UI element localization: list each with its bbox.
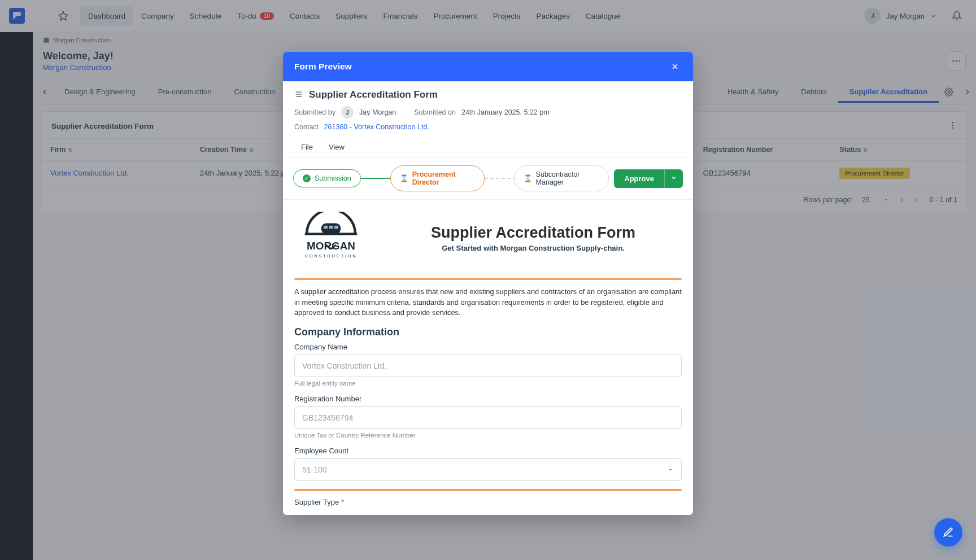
form-hero: MORGAN CONSTRUCTION Supplier Accreditati… xyxy=(294,205,682,273)
svg-rect-12 xyxy=(324,226,328,229)
pencil-icon xyxy=(943,527,954,538)
svg-text:CONSTRUCTION: CONSTRUCTION xyxy=(305,253,358,259)
submitter-avatar: J xyxy=(341,106,354,119)
supplier-type-label: Supplier Type * xyxy=(294,498,682,506)
workflow-stages: ✓ Submission ⌛ Procurement Director ⌛ Su… xyxy=(283,158,693,200)
contact-link[interactable]: 261360 - Vortex Construction Ltd. xyxy=(324,123,429,131)
modal-title: Supplier Accreditation Form xyxy=(309,89,438,100)
modal-header-title: Form Preview xyxy=(294,62,352,72)
stage-submission[interactable]: ✓ Submission xyxy=(293,169,361,187)
edit-fab[interactable] xyxy=(934,518,962,546)
company-logo: MORGAN CONSTRUCTION xyxy=(294,209,368,268)
section-company-info: Company Information xyxy=(294,326,682,338)
approve-button[interactable]: Approve xyxy=(614,169,664,188)
list-icon xyxy=(294,90,303,100)
modal-tab-file[interactable]: File xyxy=(294,137,320,157)
submitted-by-label: Submitted by xyxy=(294,108,336,116)
registration-number-label: Registration Number xyxy=(294,395,682,403)
modal-header: Form Preview xyxy=(283,52,693,81)
submitter-name: Jay Morgan xyxy=(359,108,396,116)
chevron-down-icon xyxy=(670,174,677,181)
employee-count-label: Employee Count xyxy=(294,447,682,455)
caret-down-icon xyxy=(667,466,674,473)
svg-text:MORGAN: MORGAN xyxy=(307,240,355,252)
modal-tab-view[interactable]: View xyxy=(322,137,351,157)
divider-bar xyxy=(294,278,682,280)
company-name-help: Full legal entity name xyxy=(294,380,682,387)
intro-text: A supplier accreditation process ensures… xyxy=(294,287,682,318)
svg-rect-14 xyxy=(334,226,338,229)
field-employee-count: Employee Count 51-100 xyxy=(294,447,682,481)
approve-group: Approve xyxy=(614,169,683,188)
company-name-label: Company Name xyxy=(294,343,682,351)
field-registration-number: Registration Number GB123456794 Unique T… xyxy=(294,395,682,439)
hourglass-icon: ⌛ xyxy=(400,174,408,182)
approve-dropdown[interactable] xyxy=(664,169,683,188)
submitted-on-value: 24th January 2025, 5:22 pm xyxy=(461,108,550,116)
registration-number-help: Unique Tax or Country Reference Number xyxy=(294,432,682,439)
field-supplier-type: Supplier Type * xyxy=(294,498,682,506)
check-icon: ✓ xyxy=(303,174,311,182)
stage-subcontractor-manager[interactable]: ⌛ Subcontractor Manager xyxy=(514,165,609,191)
modal-form-body[interactable]: MORGAN CONSTRUCTION Supplier Accreditati… xyxy=(283,200,693,515)
stage-procurement-director[interactable]: ⌛ Procurement Director xyxy=(390,165,485,191)
field-company-name: Company Name Vortex Construction Ltd. Fu… xyxy=(294,343,682,387)
required-asterisk: * xyxy=(341,498,344,506)
hourglass-icon: ⌛ xyxy=(524,174,532,182)
company-name-input[interactable]: Vortex Construction Ltd. xyxy=(294,355,682,377)
close-icon xyxy=(670,62,679,71)
modal-overlay[interactable]: Form Preview Supplier Accreditation Form… xyxy=(0,0,976,560)
form-hero-subtitle: Get Started with Morgan Construction Sup… xyxy=(385,244,682,252)
modal-tabs: File View xyxy=(283,137,693,158)
registration-number-input[interactable]: GB123456794 xyxy=(294,406,682,429)
modal-close-button[interactable] xyxy=(668,60,682,73)
submitted-on-label: Submitted on xyxy=(414,108,456,116)
divider-bar xyxy=(294,489,682,491)
svg-rect-13 xyxy=(329,226,333,229)
svg-rect-11 xyxy=(321,223,341,234)
employee-count-select[interactable]: 51-100 xyxy=(294,458,682,481)
contact-label: Contact xyxy=(294,123,319,131)
form-preview-modal: Form Preview Supplier Accreditation Form… xyxy=(283,52,693,515)
modal-subheader: Supplier Accreditation Form Submitted by… xyxy=(283,81,693,137)
form-hero-title: Supplier Accreditation Form xyxy=(385,224,682,242)
